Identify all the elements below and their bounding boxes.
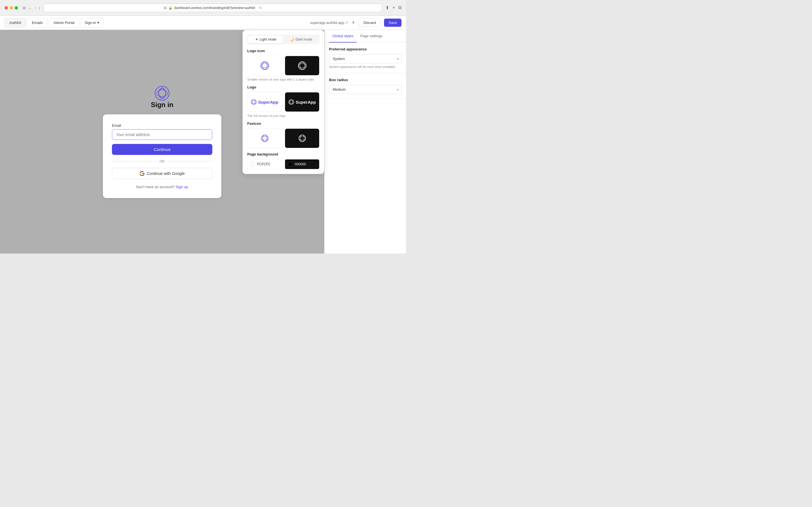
svg-point-11: [251, 101, 256, 103]
tab-emails[interactable]: Emails: [27, 18, 48, 27]
dark-mode-button[interactable]: 🌙 Dark mode: [283, 36, 319, 43]
logo-light-box[interactable]: SuperApp: [247, 92, 282, 112]
favicon-light-box[interactable]: [247, 128, 282, 148]
light-bg-value: FCFCFC: [257, 162, 271, 166]
svg-point-10: [252, 100, 255, 105]
svg-point-18: [299, 135, 306, 142]
svg-point-17: [261, 136, 268, 140]
logo-dark-box[interactable]: SuperApp: [285, 92, 319, 112]
chevron-down-icon[interactable]: ⌄: [28, 6, 32, 10]
google-button-label: Continue with Google: [147, 171, 185, 176]
page-background-section: Page background FCFCFC 000000: [247, 152, 319, 169]
svg-point-4: [262, 62, 267, 69]
dark-bg-color-box[interactable]: 000000: [285, 159, 319, 169]
forward-arrow-icon[interactable]: ›: [39, 5, 40, 10]
or-line-left: [112, 161, 157, 161]
mode-toggle: ☀ Light mode 🌙 Dark mode: [247, 35, 319, 44]
close-traffic-light[interactable]: [4, 6, 8, 10]
svg-point-19: [300, 135, 304, 142]
svg-point-13: [290, 100, 293, 105]
logo-icon-light-box[interactable]: [247, 56, 282, 75]
sidebar-toggle-icon[interactable]: ⊞: [22, 6, 26, 10]
right-panel: Global styles Page settings Preferred ap…: [324, 30, 406, 253]
light-bg-swatch: [250, 162, 255, 166]
address-bar[interactable]: ⊡ 🔒 dashboard.workos.com/branding/edit?p…: [44, 4, 382, 12]
browser-chrome: ⊞ ⌄ ‹ › ⊡ 🔒 dashboard.workos.com/brandin…: [0, 0, 406, 16]
light-mode-button[interactable]: ☀ Light mode: [248, 36, 283, 43]
or-divider: OR: [112, 159, 212, 163]
or-text: OR: [160, 159, 165, 163]
appearance-select[interactable]: System Light Dark: [329, 54, 402, 63]
favicon-pair: [247, 128, 319, 148]
dark-bg-value: 000000: [295, 162, 306, 166]
favicon-dark-icon: [298, 134, 306, 142]
app-logo-icon: [154, 86, 170, 101]
tab-admin-portal[interactable]: Admin Portal: [49, 18, 79, 27]
box-radius-select-wrap: Small Medium Large ▾: [329, 85, 402, 94]
external-link[interactable]: superapp.authkit.app ↗: [310, 20, 348, 25]
superapp-text-dark: SuperApp: [296, 100, 316, 105]
logo-helper: The full version of your logo: [247, 114, 319, 117]
logo-icon-light: [260, 61, 269, 70]
light-bg-color-box[interactable]: FCFCFC: [247, 159, 282, 169]
reload-icon[interactable]: ↻: [259, 6, 262, 10]
google-signin-button[interactable]: Continue with Google: [112, 168, 212, 179]
discard-button[interactable]: Discard: [359, 18, 380, 27]
svg-point-3: [261, 62, 269, 69]
favicon-dark-box[interactable]: [285, 128, 319, 148]
signin-dropdown[interactable]: Sign-in ▾: [80, 18, 103, 27]
logo-icon-section: Logo icon Smaller version of your logo w…: [247, 49, 319, 81]
save-button[interactable]: Save: [384, 18, 402, 27]
box-radius-select[interactable]: Small Medium Large: [329, 85, 402, 94]
preferred-appearance-label: Preferred appearance: [329, 47, 402, 51]
tab-authkit[interactable]: AuthKit: [4, 18, 26, 27]
lock-icon: 🔒: [168, 6, 172, 10]
signin-card: Email Continue OR Continue with Google: [103, 114, 221, 198]
tab-global-styles[interactable]: Global styles: [329, 30, 357, 43]
signin-title: Sign in: [151, 101, 173, 109]
tabs-icon[interactable]: ⧉: [398, 5, 402, 10]
fullscreen-traffic-light[interactable]: [15, 6, 18, 10]
dark-bg-swatch: [288, 162, 292, 166]
continue-button[interactable]: Continue: [112, 144, 212, 155]
google-icon: [140, 171, 145, 176]
logo-icon-dark: [298, 61, 307, 70]
logo-pair: SuperApp SuperApp: [247, 92, 319, 112]
signup-prompt: Don't have an account?: [136, 185, 174, 189]
minimize-traffic-light[interactable]: [10, 6, 13, 10]
toolbar-right: superapp.authkit.app ↗ ☀ Discard Save: [310, 18, 402, 27]
back-arrow-icon[interactable]: ‹: [35, 5, 36, 10]
svg-point-8: [299, 63, 306, 68]
superapp-logo-icon-dark: [289, 99, 294, 105]
superapp-logo-light: SuperApp: [251, 99, 278, 105]
appearance-select-wrap: System Light Dark ▾: [329, 54, 402, 63]
svg-point-6: [298, 62, 306, 69]
appearance-helper: System appearance will be used when avai…: [329, 65, 402, 68]
svg-point-9: [251, 100, 256, 105]
floating-panel: ☀ Light mode 🌙 Dark mode Logo icon: [243, 30, 324, 174]
box-radius-section: Box radius Small Medium Large ▾: [324, 73, 406, 99]
svg-point-7: [300, 62, 305, 69]
window-icons: ⊞ ⌄: [22, 6, 32, 10]
main-layout: Sign in Email Continue OR: [0, 30, 406, 253]
signup-link[interactable]: Sign up: [175, 185, 188, 189]
chevron-down-icon: ▾: [97, 20, 99, 25]
theme-toggle-icon[interactable]: ☀: [351, 20, 355, 25]
panel-tabs: Global styles Page settings: [324, 30, 406, 43]
page-icon: ⊡: [164, 6, 167, 10]
email-input[interactable]: [112, 129, 212, 140]
favicon-light-icon: [261, 134, 269, 142]
superapp-logo-dark: SuperApp: [289, 99, 316, 105]
share-icon[interactable]: ⬆: [386, 5, 389, 10]
logo-icon-dark-box[interactable]: [285, 56, 319, 75]
favicon-label: Favicon: [247, 121, 319, 126]
nav-arrows: ‹ ›: [35, 5, 40, 10]
logo-section: Logo SuperApp: [247, 85, 319, 117]
tab-page-settings[interactable]: Page settings: [357, 30, 386, 43]
color-pair: FCFCFC 000000: [247, 159, 319, 169]
url-text: dashboard.workos.com/branding/edit?previ…: [174, 6, 255, 10]
logo-icon-label: Logo icon: [247, 49, 319, 53]
sun-icon: ☀: [255, 38, 258, 41]
svg-point-16: [263, 135, 267, 142]
new-tab-icon[interactable]: +: [393, 5, 395, 10]
